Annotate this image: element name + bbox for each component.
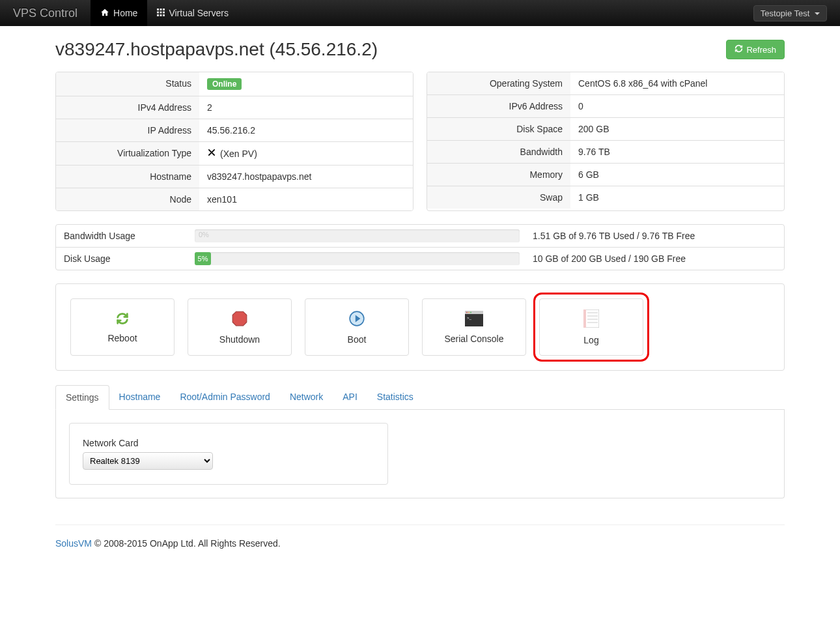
bandwidth-label: Bandwidth [427, 141, 570, 163]
boot-icon [348, 310, 365, 329]
ip-label: IP Address [56, 119, 199, 141]
footer: SolusVM © 2008-2015 OnApp Ltd. All Right… [55, 538, 785, 568]
footer-link[interactable]: SolusVM [55, 538, 92, 549]
nav-home-label: Home [113, 8, 137, 18]
svg-rect-5 [163, 12, 165, 14]
usage-table: Bandwidth Usage 0% 1.51 GB of 9.76 TB Us… [55, 224, 785, 270]
disk-usage-label: Disk Usage [56, 248, 189, 270]
swap-value: 1 GB [570, 186, 784, 208]
hostname-label: Hostname [56, 165, 199, 188]
ipv4-label: IPv4 Address [56, 96, 199, 119]
refresh-icon [735, 44, 743, 55]
diskspace-value: 200 GB [570, 118, 784, 140]
caret-down-icon [815, 12, 820, 15]
memory-value: 6 GB [570, 164, 784, 186]
svg-text:>_: >_ [467, 316, 472, 320]
bw-progress: 0% [195, 229, 520, 242]
bw-usage-label: Bandwidth Usage [56, 225, 189, 247]
svg-marker-9 [232, 311, 247, 326]
ipv6-value: 0 [570, 95, 784, 117]
svg-rect-4 [160, 12, 162, 14]
tab-api[interactable]: API [333, 385, 367, 409]
tab-network[interactable]: Network [280, 385, 333, 409]
node-label: Node [56, 188, 199, 210]
bw-pct-text: 0% [199, 231, 209, 238]
serial-label: Serial Console [444, 334, 503, 344]
status-badge: Online [207, 78, 242, 90]
disk-progress: 5% [195, 252, 520, 265]
boot-button[interactable]: Boot [305, 298, 409, 356]
svg-rect-7 [160, 14, 162, 16]
terminal-icon: >_ [465, 311, 483, 328]
disk-usage-text: 10 GB of 200 GB Used / 190 GB Free [525, 248, 784, 270]
brand: VPS Control [0, 7, 91, 20]
actions-panel: Reboot Shutdown Boot >_ Serial Console L… [55, 283, 785, 371]
tab-root-password[interactable]: Root/Admin Password [170, 385, 280, 409]
ipv6-label: IPv6 Address [427, 95, 570, 117]
ip-value: 45.56.216.2 [199, 119, 413, 141]
serial-console-button[interactable]: >_ Serial Console [422, 298, 526, 356]
reboot-button[interactable]: Reboot [70, 298, 175, 356]
boot-label: Boot [348, 334, 367, 345]
svg-rect-6 [157, 14, 159, 16]
shutdown-icon [231, 310, 248, 329]
page-title: v839247.hostpapavps.net (45.56.216.2) [55, 39, 378, 60]
server-info-left: StatusOnline IPv4 Address2 IP Address45.… [55, 72, 413, 211]
tab-statistics[interactable]: Statistics [367, 385, 423, 409]
os-label: Operating System [427, 72, 570, 94]
home-icon [100, 8, 109, 19]
svg-point-14 [468, 311, 469, 313]
top-navbar: VPS Control Home Virtual Servers Testopi… [0, 0, 840, 26]
xen-icon [207, 148, 216, 159]
log-label: Log [583, 335, 598, 345]
svg-rect-1 [160, 8, 162, 10]
reboot-label: Reboot [107, 333, 137, 343]
swap-label: Swap [427, 186, 570, 208]
user-menu-button[interactable]: Testopie Test [753, 5, 827, 22]
refresh-label: Refresh [746, 45, 776, 55]
hostname-value: v839247.hostpapavps.net [199, 165, 413, 188]
settings-panel: Network Card Realtek 8139 [55, 410, 785, 498]
shutdown-label: Shutdown [219, 334, 260, 345]
reboot-icon [114, 311, 131, 328]
status-label: Status [56, 72, 199, 96]
footer-divider [55, 524, 785, 525]
tab-hostname[interactable]: Hostname [109, 385, 171, 409]
virt-label: Virtualization Type [56, 142, 199, 165]
network-card-select[interactable]: Realtek 8139 [83, 452, 213, 470]
svg-point-13 [466, 311, 468, 313]
bw-usage-text: 1.51 GB of 9.76 TB Used / 9.76 TB Free [525, 225, 784, 247]
node-value: xen101 [199, 188, 413, 210]
network-card-label: Network Card [83, 438, 374, 448]
nav-virtual-servers[interactable]: Virtual Servers [147, 0, 238, 26]
tab-settings[interactable]: Settings [55, 385, 109, 410]
svg-rect-0 [157, 8, 159, 10]
log-button[interactable]: Log [539, 298, 643, 356]
svg-rect-2 [163, 8, 165, 10]
nav-vservers-label: Virtual Servers [169, 8, 229, 18]
diskspace-label: Disk Space [427, 118, 570, 140]
tabs: Settings Hostname Root/Admin Password Ne… [55, 385, 785, 410]
disk-pct-text: 5% [195, 252, 211, 265]
virt-value: (Xen PV) [220, 149, 257, 159]
refresh-button[interactable]: Refresh [726, 40, 785, 59]
os-value: CentOS 6.8 x86_64 with cPanel [570, 72, 784, 94]
server-info-right: Operating SystemCentOS 6.8 x86_64 with c… [427, 72, 785, 211]
svg-rect-8 [163, 14, 165, 16]
nav-home[interactable]: Home [91, 0, 147, 26]
svg-rect-3 [157, 12, 159, 14]
log-icon [583, 309, 599, 330]
grid-icon [157, 8, 165, 18]
bandwidth-value: 9.76 TB [570, 141, 784, 163]
footer-text: © 2008-2015 OnApp Ltd. All Rights Reserv… [92, 538, 281, 549]
memory-label: Memory [427, 164, 570, 186]
svg-rect-12 [465, 311, 483, 314]
ipv4-value: 2 [199, 96, 413, 119]
svg-point-15 [470, 311, 471, 313]
shutdown-button[interactable]: Shutdown [188, 298, 292, 356]
user-name: Testopie Test [761, 8, 810, 18]
svg-rect-19 [583, 309, 586, 328]
